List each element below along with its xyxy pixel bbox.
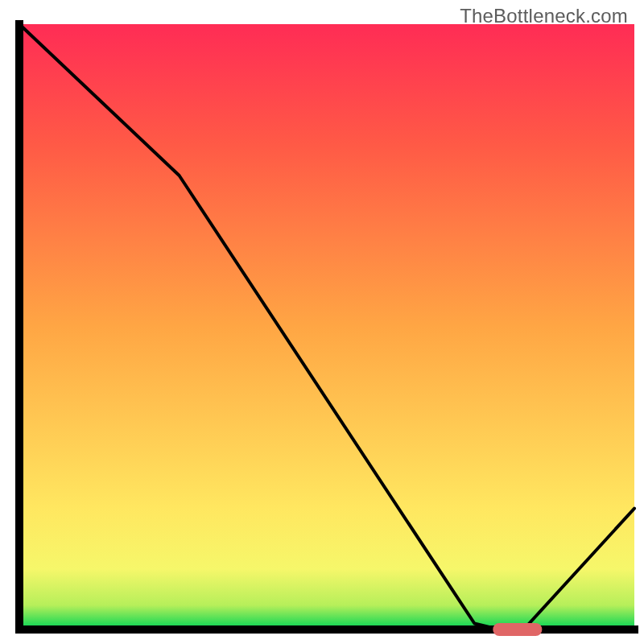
watermark-text: TheBottleneck.com xyxy=(460,5,628,27)
plot-background xyxy=(19,24,634,630)
chart-frame: TheBottleneck.com xyxy=(0,0,644,644)
bottleneck-chart xyxy=(0,0,644,644)
optimal-marker xyxy=(493,623,542,636)
